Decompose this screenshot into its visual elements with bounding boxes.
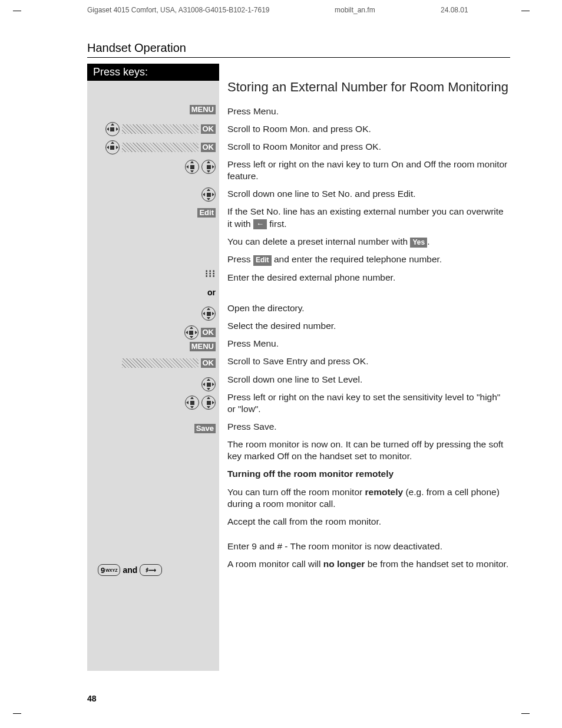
navi-key-left-icon bbox=[185, 396, 199, 410]
key-row: OK bbox=[122, 358, 216, 368]
page-number: 48 bbox=[87, 694, 97, 703]
key-row: OK bbox=[105, 140, 216, 154]
key-row: MENU bbox=[190, 342, 216, 351]
key-row: 9WXYZ and ♯⟶ bbox=[98, 564, 162, 576]
step-text: Scroll to Room Monitor and press OK. bbox=[227, 141, 510, 153]
step-text: If the Set No. line has an existing exte… bbox=[227, 206, 510, 229]
display-placeholder bbox=[122, 124, 199, 134]
keypad-icon bbox=[205, 270, 216, 281]
crop-mark bbox=[13, 11, 21, 11]
doc-id: Gigaset 4015 Comfort, USA, A31008-G4015-… bbox=[87, 6, 270, 14]
edit-key-inline: Edit bbox=[253, 255, 272, 266]
navi-key-icon bbox=[201, 307, 216, 321]
step-text: Enter 9 and # - The room monitor is now … bbox=[227, 541, 510, 552]
file-name: mobilt_an.fm bbox=[335, 6, 375, 14]
step-text: Open the directory. bbox=[227, 302, 510, 314]
step-text: Scroll to Room Mon. and press OK. bbox=[227, 123, 510, 135]
step-text: Press Menu. bbox=[227, 338, 510, 350]
content-area: Press keys: MENU OK OK bbox=[87, 64, 510, 671]
display-placeholder bbox=[122, 143, 199, 152]
instructions-column: Storing an External Number for Room Moni… bbox=[219, 64, 510, 671]
navi-key-icon bbox=[201, 187, 216, 202]
or-label: or bbox=[207, 288, 216, 297]
key-row: Save bbox=[194, 424, 216, 433]
step-text: Scroll down one line to Set No. and pres… bbox=[227, 188, 510, 200]
crop-mark bbox=[521, 11, 530, 11]
subheading: Turning off the room monitor remotely bbox=[227, 468, 510, 480]
key-row bbox=[205, 270, 216, 281]
key-row bbox=[201, 187, 216, 202]
ok-key: OK bbox=[201, 143, 216, 152]
edit-key: Edit bbox=[197, 208, 216, 218]
display-placeholder bbox=[122, 358, 199, 368]
crop-mark bbox=[521, 713, 530, 714]
key-row: OK bbox=[184, 325, 216, 340]
navi-key-left-icon bbox=[185, 160, 199, 174]
yes-key: Yes bbox=[410, 238, 427, 248]
ok-key: OK bbox=[201, 124, 216, 134]
ok-key: OK bbox=[201, 358, 216, 368]
step-text: Press Menu. bbox=[227, 106, 510, 117]
press-keys-header: Press keys: bbox=[87, 64, 219, 81]
step-text: Enter the desired external phone number. bbox=[227, 272, 510, 284]
menu-key: MENU bbox=[190, 105, 216, 114]
press-keys-column: Press keys: MENU OK OK bbox=[87, 64, 219, 671]
header-meta: Gigaset 4015 Comfort, USA, A31008-G4015-… bbox=[87, 6, 509, 14]
step-text: Scroll down one line to Set Level. bbox=[227, 374, 510, 386]
key-row bbox=[201, 377, 216, 391]
save-key: Save bbox=[194, 424, 216, 433]
step-text: Press left or right on the navi key to t… bbox=[227, 159, 510, 182]
step-text: Accept the call from the room monitor. bbox=[227, 516, 510, 528]
key-row: OK bbox=[105, 122, 216, 136]
navi-key-icon bbox=[105, 122, 120, 136]
key-row bbox=[185, 396, 216, 410]
navi-key-right-icon bbox=[201, 396, 216, 410]
key-row: Edit bbox=[197, 208, 216, 218]
crop-mark bbox=[13, 713, 21, 714]
and-label: and bbox=[123, 565, 137, 575]
step-text: Scroll to Save Entry and press OK. bbox=[227, 355, 510, 367]
step-text: You can turn off the room monitor remote… bbox=[227, 486, 510, 510]
navi-key-icon bbox=[201, 377, 216, 391]
key-row bbox=[201, 307, 216, 321]
key-row: MENU bbox=[190, 105, 216, 114]
hash-key: ♯⟶ bbox=[140, 564, 162, 576]
menu-key: MENU bbox=[190, 342, 216, 351]
key-row bbox=[185, 160, 216, 174]
ok-key: OK bbox=[201, 328, 216, 337]
step-text: Press Save. bbox=[227, 421, 510, 433]
step-text: Press Edit and enter the required teleph… bbox=[227, 253, 510, 266]
back-key-icon: ← bbox=[253, 219, 267, 229]
manual-page: Gigaset 4015 Comfort, USA, A31008-G4015-… bbox=[0, 0, 562, 728]
section-title: Handset Operation bbox=[87, 41, 510, 58]
nine-key: 9WXYZ bbox=[98, 564, 120, 576]
navi-key-icon bbox=[184, 325, 199, 340]
step-text: A room monitor call will no longer be fr… bbox=[227, 558, 510, 570]
step-text: You can delete a preset internal number … bbox=[227, 236, 510, 248]
navi-key-icon bbox=[105, 140, 120, 154]
step-text: Select the desired number. bbox=[227, 320, 510, 332]
step-text: Press left or right on the navi key to s… bbox=[227, 391, 510, 415]
procedure-heading: Storing an External Number for Room Moni… bbox=[227, 79, 510, 96]
step-text: The room monitor is now on. It can be tu… bbox=[227, 439, 510, 462]
key-row: or bbox=[207, 288, 216, 297]
doc-date: 24.08.01 bbox=[441, 6, 468, 14]
navi-key-right-icon bbox=[201, 160, 216, 174]
